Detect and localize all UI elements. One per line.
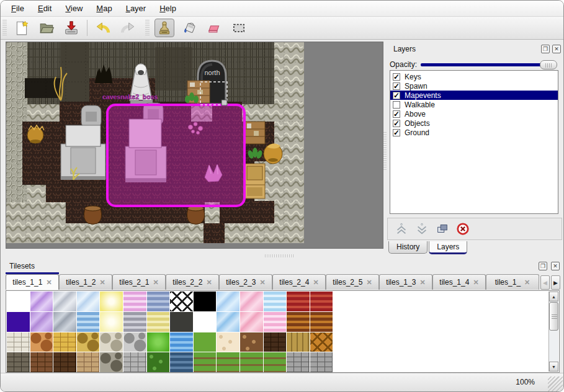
- raise-layer-button[interactable]: [393, 221, 410, 237]
- palette-tile[interactable]: [264, 292, 287, 311]
- palette-tile[interactable]: [123, 292, 146, 311]
- palette-tile[interactable]: [7, 352, 30, 372]
- palette-tile[interactable]: [100, 352, 123, 372]
- palette-tile[interactable]: [170, 312, 193, 332]
- palette-tile[interactable]: [170, 352, 193, 372]
- close-tab-icon[interactable]: ✕: [46, 278, 51, 287]
- palette-tile[interactable]: [287, 292, 310, 311]
- palette-tile[interactable]: [287, 312, 310, 332]
- palette-tile[interactable]: [170, 332, 193, 352]
- layer-row-objects[interactable]: ✓Objects: [390, 118, 558, 128]
- checkbox-checked-icon[interactable]: ✓: [393, 120, 400, 127]
- tileset-tab-tiles_2_1[interactable]: tiles_2_1✕: [112, 274, 166, 290]
- palette-tile[interactable]: [310, 292, 333, 311]
- palette-tile[interactable]: [147, 292, 170, 311]
- layer-row-mapevents[interactable]: ✓Mapevents: [390, 91, 558, 100]
- palette-tile[interactable]: [240, 352, 263, 372]
- palette-tile[interactable]: [240, 332, 263, 352]
- rect-select-tool-button[interactable]: [229, 19, 249, 37]
- palette-tile[interactable]: [310, 332, 333, 352]
- checkbox-checked-icon[interactable]: ✓: [393, 82, 400, 90]
- close-tab-icon[interactable]: ✕: [259, 278, 265, 287]
- palette-tile[interactable]: [7, 292, 30, 311]
- layer-row-walkable[interactable]: Walkable: [390, 100, 558, 109]
- palette-tile[interactable]: [123, 332, 146, 352]
- menu-edit[interactable]: Edit: [31, 1, 58, 16]
- close-tab-icon[interactable]: ✕: [524, 278, 530, 287]
- eraser-tool-button[interactable]: [204, 19, 224, 37]
- palette-tile[interactable]: [147, 352, 170, 372]
- checkbox-checked-icon[interactable]: ✓: [393, 129, 400, 136]
- scroll-up-button[interactable]: ▲: [549, 292, 558, 301]
- save-file-button[interactable]: [61, 19, 81, 37]
- checkbox-checked-icon[interactable]: ✓: [393, 73, 400, 81]
- palette-tile[interactable]: [77, 332, 100, 352]
- layer-row-above[interactable]: ✓Above: [390, 109, 558, 118]
- palette-tile[interactable]: [30, 292, 53, 311]
- palette-tile[interactable]: [100, 292, 123, 311]
- close-panel-icon[interactable]: ✕: [552, 45, 561, 53]
- palette-tile[interactable]: [123, 312, 146, 332]
- menu-view[interactable]: View: [58, 1, 89, 16]
- palette-scrollbar[interactable]: ▲ ▼: [548, 292, 558, 372]
- close-tab-icon[interactable]: ✕: [99, 278, 105, 287]
- palette-tile[interactable]: [30, 352, 53, 372]
- duplicate-layer-button[interactable]: [434, 221, 451, 237]
- close-tab-icon[interactable]: ✕: [206, 278, 212, 287]
- menu-help[interactable]: Help: [153, 1, 183, 16]
- palette-tile[interactable]: [53, 332, 76, 352]
- tileset-tab-tiles_1_1[interactable]: tiles_1_1✕: [6, 274, 59, 290]
- tileset-tab-tiles_1_[interactable]: tiles_1_✕: [486, 274, 539, 290]
- scrollbar-thumb[interactable]: [549, 302, 558, 331]
- open-file-button[interactable]: [37, 19, 56, 37]
- layer-row-keys[interactable]: ✓Keys: [390, 72, 558, 81]
- palette-tile[interactable]: [310, 352, 333, 372]
- toolbar-grip[interactable]: [2, 20, 7, 36]
- lower-layer-button[interactable]: [413, 221, 431, 237]
- close-tab-icon[interactable]: ✕: [366, 278, 372, 287]
- tileset-tab-tiles_1_2[interactable]: tiles_1_2✕: [59, 274, 112, 290]
- new-file-button[interactable]: [12, 19, 32, 37]
- tileset-tab-tiles_1_4[interactable]: tiles_1_4✕: [432, 274, 486, 290]
- tileset-tab-tiles_1_3[interactable]: tiles_1_3✕: [379, 274, 432, 290]
- checkbox-checked-icon[interactable]: ✓: [393, 110, 400, 118]
- palette-tile[interactable]: [194, 312, 217, 332]
- palette-tile[interactable]: [264, 352, 287, 372]
- close-tilesets-icon[interactable]: ✕: [551, 262, 560, 270]
- palette-tile[interactable]: [77, 352, 100, 372]
- palette-tile[interactable]: [287, 332, 310, 352]
- checkbox-unchecked-icon[interactable]: [393, 101, 400, 109]
- palette-tile[interactable]: [217, 332, 239, 352]
- horizontal-splitter[interactable]: [265, 254, 293, 257]
- palette-tile[interactable]: [53, 352, 76, 372]
- layer-row-spawn[interactable]: ✓Spawn: [390, 81, 558, 91]
- palette-tile[interactable]: [194, 292, 217, 311]
- toolbar-grip-2[interactable]: [145, 20, 150, 36]
- palette-tile[interactable]: [310, 312, 333, 332]
- tileset-tab-tiles_2_4[interactable]: tiles_2_4✕: [272, 274, 326, 290]
- undo-button[interactable]: [93, 19, 113, 37]
- palette-tile[interactable]: [170, 292, 193, 311]
- menu-map[interactable]: Map: [89, 1, 119, 16]
- palette-tile[interactable]: [147, 312, 170, 332]
- fill-tool-button[interactable]: [179, 19, 199, 37]
- close-tab-icon[interactable]: ✕: [419, 278, 425, 287]
- delete-layer-button[interactable]: [454, 221, 472, 237]
- vertical-splitter[interactable]: [383, 132, 387, 171]
- palette-tile[interactable]: [100, 332, 123, 352]
- palette-tile[interactable]: [240, 292, 263, 311]
- palette-tile[interactable]: [217, 312, 239, 332]
- opacity-slider-handle[interactable]: [540, 60, 557, 69]
- redo-button[interactable]: [118, 19, 138, 37]
- palette-tile[interactable]: [77, 312, 100, 332]
- palette-tile[interactable]: [123, 352, 146, 372]
- palette-tile[interactable]: [264, 332, 287, 352]
- menu-layer[interactable]: Layer: [119, 1, 153, 16]
- palette-tile[interactable]: [53, 312, 76, 332]
- scroll-down-button[interactable]: ▼: [549, 362, 558, 372]
- menu-file[interactable]: File: [4, 1, 31, 16]
- tileset-tab-tiles_2_2[interactable]: tiles_2_2✕: [166, 274, 219, 290]
- palette-tile[interactable]: [264, 312, 287, 332]
- close-tab-icon[interactable]: ✕: [473, 278, 478, 287]
- palette-tile[interactable]: [217, 352, 239, 372]
